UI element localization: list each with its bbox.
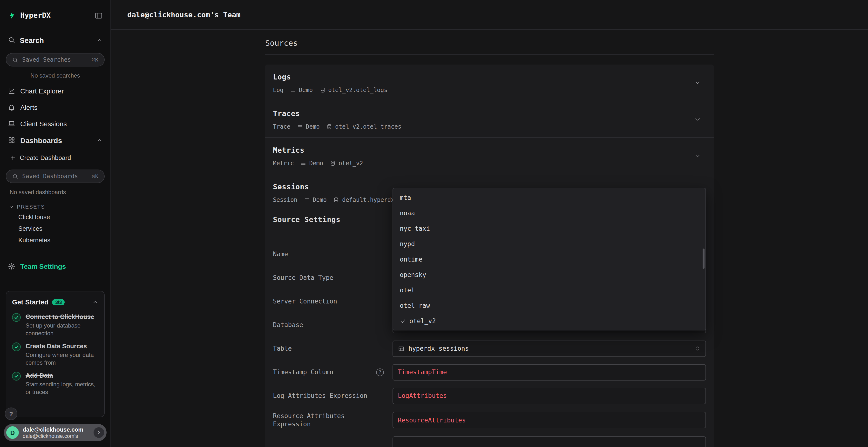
server-connection-label: Server Connection	[273, 297, 337, 305]
list-icon	[301, 161, 306, 166]
log-attributes-input[interactable]: LogAttributes	[393, 387, 706, 404]
sidebar-collapse-icon[interactable]	[94, 11, 103, 20]
list-icon	[304, 197, 310, 203]
chevron-up-icon	[92, 299, 98, 305]
laptop-icon	[8, 120, 16, 128]
dropdown-option-ontime[interactable]: ontime	[393, 251, 706, 267]
create-dashboard-label: Create Dashboard	[20, 154, 71, 161]
cutoff-input[interactable]	[393, 437, 706, 447]
search-icon	[12, 57, 18, 63]
get-started-item-connect[interactable]: Connect to ClickHouse Set up your databa…	[12, 313, 98, 337]
get-started-item-add-data[interactable]: Add Data Start sending logs, metrics, or…	[12, 371, 98, 396]
source-data-type-label: Source Data Type	[273, 274, 333, 282]
source-name: Traces	[273, 109, 706, 118]
dropdown-option-nyc-taxi[interactable]: nyc_taxi	[393, 220, 706, 236]
app-root: HyperDX Search Saved Searches ⌘K No save…	[0, 0, 868, 447]
table-select[interactable]: hyperdx_sessions	[393, 340, 706, 357]
source-connection: Demo	[309, 160, 323, 167]
create-dashboard-button[interactable]: Create Dashboard	[0, 149, 111, 166]
timestamp-column-value: TimestampTime	[398, 369, 447, 376]
get-started-card: Get Started 3/3 Connect to ClickHouse Se…	[6, 291, 105, 417]
option-label: nypd	[400, 240, 415, 247]
search-section-label: Search	[20, 36, 44, 44]
presets-toggle[interactable]: PRESETS	[0, 202, 111, 211]
get-started-item-sources[interactable]: Create Data Sources Configure where your…	[12, 342, 98, 367]
preset-item-clickhouse[interactable]: ClickHouse	[0, 211, 111, 222]
get-started-item-title: Create Data Sources	[26, 342, 98, 350]
source-connection: Demo	[299, 87, 313, 94]
team-settings-content: Sources Logs Log Demo otel_v2.otel_logs	[265, 30, 714, 447]
form-row-table: Table hyperdx_sessions	[273, 337, 706, 360]
sidebar-item-alerts[interactable]: Alerts	[0, 99, 111, 115]
team-settings-label: Team Settings	[20, 263, 66, 270]
source-name: Logs	[273, 73, 706, 81]
table-label: Table	[273, 344, 292, 353]
chevron-down-icon[interactable]	[694, 115, 701, 123]
preset-item-kubernetes[interactable]: Kubernetes	[0, 234, 111, 246]
resource-attributes-value: ResourceAttributes	[398, 416, 466, 424]
updown-chevrons-icon[interactable]	[694, 345, 701, 352]
brand-row: HyperDX	[0, 0, 111, 31]
source-section-traces: Traces Trace Demo otel_v2.otel_traces	[265, 101, 714, 137]
dropdown-option-otel[interactable]: otel	[393, 282, 706, 298]
source-table: otel_v2	[339, 160, 363, 167]
chevron-down-icon	[9, 204, 14, 209]
get-started-header[interactable]: Get Started 3/3	[12, 296, 98, 308]
shortcut-badge: ⌘K	[92, 57, 99, 63]
option-label: mta	[400, 194, 411, 201]
sidebar-section-search[interactable]: Search	[0, 31, 111, 49]
sidebar-item-chart-explorer[interactable]: Chart Explorer	[0, 83, 111, 99]
dropdown-option-noaa[interactable]: noaa	[393, 205, 706, 220]
source-name: Metrics	[273, 146, 706, 154]
database-icon	[319, 87, 325, 93]
dropdown-option-mta[interactable]: mta	[393, 190, 706, 205]
source-type-label: Trace	[273, 123, 290, 130]
dropdown-option-opensky[interactable]: opensky	[393, 267, 706, 282]
chevron-down-icon[interactable]	[694, 152, 701, 160]
question-icon[interactable]: ?	[376, 368, 384, 376]
option-label: otel	[400, 286, 415, 294]
database-icon	[330, 161, 336, 166]
gear-icon	[8, 263, 16, 270]
dropdown-option-otel-v2-selected[interactable]: otel_v2	[393, 313, 706, 329]
chevron-down-icon[interactable]	[694, 79, 701, 86]
help-button[interactable]: ?	[5, 408, 18, 420]
dropdown-scrollbar[interactable]	[703, 248, 705, 269]
saved-searches-placeholder: Saved Searches	[22, 56, 88, 63]
sidebar-item-client-sessions[interactable]: Client Sessions	[0, 115, 111, 132]
check-circle-icon	[12, 372, 21, 381]
plus-icon	[10, 154, 16, 161]
preset-item-services[interactable]: Services	[0, 222, 111, 234]
bell-icon	[8, 104, 16, 111]
preset-label: Services	[18, 225, 42, 232]
name-label: Name	[273, 250, 288, 258]
form-row-timestamp-column: Timestamp Column ? TimestampTime	[273, 360, 706, 384]
dropdown-option-otel-raw[interactable]: otel_raw	[393, 298, 706, 313]
timestamp-column-input[interactable]: TimestampTime	[393, 364, 706, 380]
database-icon	[327, 124, 332, 130]
chevron-up-icon	[96, 137, 103, 143]
option-label: ontime	[400, 255, 423, 263]
timestamp-column-label: Timestamp Column	[273, 368, 333, 376]
brand-name: HyperDX	[20, 11, 91, 20]
divider	[265, 55, 714, 55]
saved-searches-input[interactable]: Saved Searches ⌘K	[6, 53, 105, 66]
sidebar-item-dashboards[interactable]: Dashboards	[0, 132, 111, 148]
nav-label: Alerts	[20, 104, 38, 111]
team-settings-button[interactable]: Team Settings	[0, 258, 111, 275]
get-started-title: Get Started	[12, 298, 49, 306]
user-menu[interactable]: D dale@clickhouse.com dale@clickhouse.co…	[4, 424, 106, 441]
preset-label: ClickHouse	[18, 213, 50, 220]
saved-dashboards-input[interactable]: Saved Dashboards ⌘K	[6, 170, 105, 183]
check-circle-icon	[12, 342, 21, 351]
source-connection: Demo	[306, 123, 320, 130]
source-connection: Demo	[313, 197, 327, 203]
dropdown-option-nypd[interactable]: nypd	[393, 236, 706, 251]
resource-attributes-input[interactable]: ResourceAttributes	[393, 412, 706, 428]
avatar: D	[6, 426, 19, 439]
presets-label: PRESETS	[17, 204, 45, 209]
sidebar: HyperDX Search Saved Searches ⌘K No save…	[0, 0, 111, 447]
list-icon	[297, 124, 303, 130]
user-email: dale@clickhouse.com	[23, 426, 90, 433]
option-label: noaa	[400, 209, 415, 216]
